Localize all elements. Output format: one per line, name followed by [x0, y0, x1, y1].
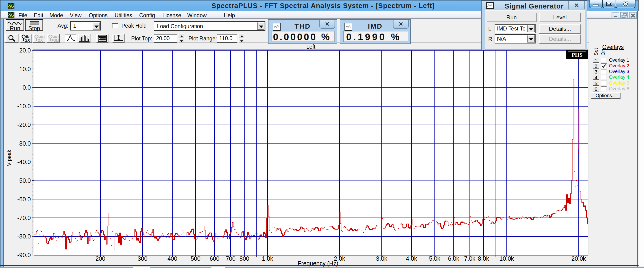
- svg-text:OUT: OUT: [52, 35, 59, 38]
- svg-text:-60.0: -60.0: [17, 196, 31, 203]
- svg-text:V peak: V peak: [6, 150, 12, 166]
- svg-text:400: 400: [168, 255, 177, 262]
- svg-text:-80.0: -80.0: [17, 233, 31, 240]
- svg-text:On: On: [600, 49, 606, 56]
- svg-text:2X: 2X: [25, 38, 30, 42]
- svg-text:FULL: FULL: [52, 38, 59, 42]
- svg-text:300: 300: [138, 255, 148, 262]
- svg-text:-50.0: -50.0: [17, 177, 31, 184]
- svg-text:-30.0: -30.0: [17, 140, 31, 147]
- svg-text:PHS: PHS: [572, 52, 583, 58]
- svg-text:-40.0: -40.0: [17, 158, 31, 165]
- svg-text:-10.0: -10.0: [17, 103, 31, 110]
- svg-text:700: 700: [226, 255, 236, 262]
- svg-text:Set: Set: [593, 48, 598, 56]
- svg-text:1.0k: 1.0k: [262, 255, 273, 262]
- svg-text:5.0k: 5.0k: [429, 255, 440, 262]
- svg-text:6.0k: 6.0k: [448, 255, 459, 262]
- svg-text:2X: 2X: [38, 38, 43, 42]
- svg-text:7.0k: 7.0k: [464, 255, 476, 262]
- svg-text:3.0k: 3.0k: [376, 255, 387, 262]
- svg-text:-70.0: -70.0: [17, 215, 31, 221]
- svg-text:600: 600: [210, 255, 220, 262]
- svg-text:10.0: 10.0: [19, 66, 31, 72]
- svg-text:500: 500: [190, 255, 200, 262]
- svg-text:200: 200: [96, 255, 105, 262]
- svg-text:Left: Left: [306, 44, 316, 50]
- svg-text:800: 800: [239, 255, 249, 262]
- svg-text:0.0: 0.0: [22, 84, 31, 91]
- svg-text:8.0k: 8.0k: [478, 255, 489, 262]
- svg-text:-90.0: -90.0: [17, 252, 31, 258]
- svg-text:-20.0: -20.0: [17, 122, 31, 128]
- svg-text:20.0: 20.0: [19, 47, 31, 54]
- svg-text:10.0k: 10.0k: [499, 255, 514, 262]
- svg-text:4.0k: 4.0k: [406, 255, 417, 262]
- svg-text:20.0k: 20.0k: [571, 255, 586, 262]
